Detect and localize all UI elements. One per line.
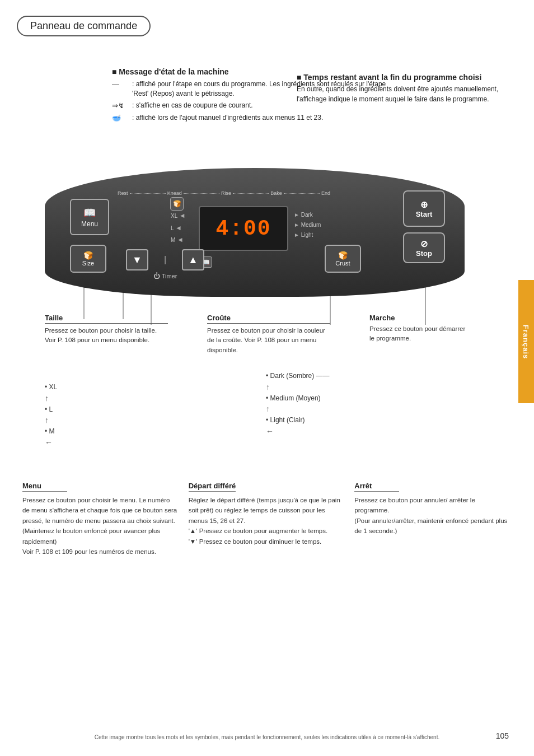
crust-medium: • Medium (Moyen)	[266, 392, 330, 405]
timer-label: ⏻ Timer	[153, 272, 177, 280]
step-knead: Knead	[167, 190, 182, 196]
menu-bottom-title: Menu	[22, 482, 67, 492]
size-button[interactable]: 🍞 Size	[70, 245, 106, 273]
sidebar-label: Français	[522, 324, 531, 358]
crust-light: • Light (Clair)	[266, 414, 330, 427]
size-xl: • XL	[45, 381, 57, 394]
stop-button[interactable]: ⊘ Stop	[403, 232, 445, 263]
marche-title: Marche	[369, 314, 470, 322]
menu-button[interactable]: 📖 Menu	[70, 199, 109, 235]
arrow-l: ↑	[45, 416, 57, 425]
size-m: • M	[45, 425, 57, 438]
arret-bottom-title: Arrêt	[354, 482, 399, 492]
timer-separator: |	[160, 249, 171, 270]
step-rest: Rest	[118, 190, 128, 196]
footer-text: Cette image montre tous les mots et les …	[0, 734, 534, 740]
crust-dark: • Dark (Sombre) ——	[266, 370, 330, 382]
temps-title: Temps restant avant la fin du programme …	[297, 73, 504, 82]
timer-up-button[interactable]: ▲	[182, 249, 204, 270]
taille-label-block: Taille Pressez ce bouton pour choisir la…	[45, 314, 168, 355]
page-title: Panneau de commande	[17, 16, 151, 36]
size-column: XL ◄ L ◄ M ◄	[171, 210, 186, 246]
step-rise: Rise	[221, 190, 231, 196]
dot-line-1	[130, 193, 166, 194]
crust-loaf-icon: 🍞	[338, 251, 348, 260]
step-bake: Bake	[270, 190, 282, 196]
power-cut-icon: ⇒↯	[112, 101, 130, 111]
depart-bottom-text: Réglez le départ différé (temps jusqu'à …	[189, 497, 340, 524]
sidebar: Français	[518, 280, 534, 403]
menu-bottom-note: (Maintenez le bouton enfoncé pour avance…	[22, 528, 160, 544]
menu-bottom-see: Voir P. 108 et 109 pour les numéros de m…	[22, 548, 156, 555]
taille-title: Taille	[45, 314, 168, 324]
depart-bottom-body: Réglez le départ différé (temps jusqu'à …	[189, 495, 344, 547]
bread-machine-panel: 📖 Menu Rest Knead Rise Bake End XL ◄ L ◄	[45, 168, 465, 297]
size-detail: • XL ↑ • L ↑ • M ←	[45, 381, 57, 447]
start-label: Start	[416, 210, 433, 218]
menu-label: Menu	[81, 220, 98, 228]
arret-bottom-text: Pressez ce bouton pour annuler/ arrêter …	[354, 497, 507, 534]
dot-line-3	[233, 193, 269, 194]
panel-inner: 📖 Menu Rest Knead Rise Bake End XL ◄ L ◄	[64, 182, 445, 283]
crust-label: Crust	[335, 260, 350, 267]
dot-line-4	[284, 193, 320, 194]
crust-detail: • Dark (Sombre) —— ↑ • Medium (Moyen) ↑ …	[266, 370, 330, 436]
arrow-light: ←	[266, 427, 330, 436]
timer-power-icon: ⏻	[153, 272, 160, 280]
depart-down-item: '▼' Pressez ce bouton pour diminuer le t…	[189, 538, 322, 545]
arret-bottom-body: Pressez ce bouton pour annuler/ arrêter …	[354, 495, 509, 536]
size-label: Size	[82, 260, 94, 267]
panel-labels-row: Taille Pressez ce bouton pour choisir la…	[45, 314, 470, 355]
depart-bottom-block: Départ différé Réglez le départ différé …	[189, 482, 344, 557]
size-l: • L	[45, 403, 57, 416]
arrow-dark: ↑	[266, 382, 330, 392]
crust-button[interactable]: 🍞 Crust	[325, 245, 361, 273]
taille-body: Pressez ce bouton pour choisir la taille…	[45, 326, 168, 346]
start-button[interactable]: ⊕ Start	[403, 190, 445, 227]
arrow-medium: ↑	[266, 404, 330, 414]
timer-text: Timer	[162, 273, 177, 279]
message-text-3: : affiché lors de l'ajout manuel d'ingré…	[132, 113, 323, 123]
arret-bottom-block: Arrêt Pressez ce bouton pour annuler/ ar…	[354, 482, 509, 557]
depart-up-item: '▲' Pressez ce bouton pour augmenter le …	[189, 528, 327, 534]
menu-bottom-block: Menu Pressez ce bouton pour choisir le m…	[22, 482, 177, 557]
loaf-icon-small: 🍞	[170, 197, 184, 211]
progress-track: Rest Knead Rise Bake End	[118, 190, 330, 196]
display-time: 4:00	[216, 217, 271, 241]
message-item-3: 🥣 : affiché lors de l'ajout manuel d'ing…	[112, 113, 392, 123]
stop-label: Stop	[416, 249, 432, 258]
menu-book-icon: 📖	[83, 207, 96, 219]
ingredient-icon: 🥣	[112, 113, 130, 123]
depart-bottom-title: Départ différé	[189, 482, 236, 492]
dash-icon: —	[112, 80, 130, 90]
start-power-icon: ⊕	[420, 199, 428, 210]
step-end: End	[321, 190, 330, 196]
croute-body: Pressez ce bouton pour choisir la couleu…	[207, 326, 330, 355]
arrow-xl: ↑	[45, 394, 57, 403]
marche-label-block: Marche Pressez ce bouton pour démarrer l…	[369, 314, 470, 355]
stop-circle-icon: ⊘	[420, 239, 428, 249]
timer-section: ▼ | ▲ ⏻ Timer	[126, 249, 204, 280]
size-loaf-icon: 🍞	[83, 251, 93, 260]
menu-bottom-body: Pressez ce bouton pour choisir le menu. …	[22, 495, 177, 557]
bottom-labels: Menu Pressez ce bouton pour choisir le m…	[22, 482, 509, 557]
temps-section: Temps restant avant la fin du programme …	[297, 73, 504, 104]
message-text-2: : s'affiche en cas de coupure de courant…	[132, 101, 253, 110]
right-buttons: ⊕ Start ⊘ Stop	[403, 190, 445, 263]
dot-line-2	[184, 193, 219, 194]
arrow-m: ←	[45, 438, 57, 447]
timer-down-button[interactable]: ▼	[126, 249, 148, 270]
crust-column: ► Dark ► Medium ► Light	[294, 210, 321, 240]
timer-arrows: ▼ | ▲	[126, 249, 204, 270]
page-number: 105	[496, 731, 509, 740]
marche-body: Pressez ce bouton pour démarrer le progr…	[369, 324, 470, 344]
digital-display: 4:00	[199, 206, 288, 251]
temps-body: En outre, quand des ingrédients doivent …	[297, 84, 504, 104]
croute-title: Croûte	[207, 314, 330, 324]
menu-bottom-text: Pressez ce bouton pour choisir le menu. …	[22, 497, 177, 524]
croute-label-block: Croûte Pressez ce bouton pour choisir la…	[207, 314, 330, 355]
